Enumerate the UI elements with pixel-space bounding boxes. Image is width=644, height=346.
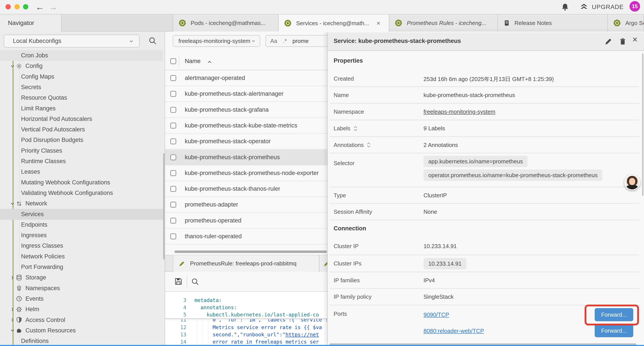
chevron-right-icon[interactable] <box>10 317 15 323</box>
match-case-toggle[interactable]: Aa <box>270 38 277 44</box>
sidebar-item-events[interactable]: Events <box>0 294 163 304</box>
sidebar-item-runtime-classes[interactable]: Runtime Classes <box>0 156 163 167</box>
sidebar-item-horizontal-pod-autoscalers[interactable]: Horizontal Pod Autoscalers <box>0 114 163 124</box>
sidebar-item-custom-resources[interactable]: Custom Resources <box>0 325 163 336</box>
table-row[interactable]: kube-prometheus-stack-grafana <box>165 102 327 118</box>
row-checkbox[interactable] <box>170 233 176 239</box>
row-checkbox[interactable] <box>170 170 176 176</box>
sidebar-item-port-forwarding[interactable]: Port Forwarding <box>0 262 163 272</box>
sidebar-item-endpoints[interactable]: Endpoints <box>0 219 163 230</box>
row-checkbox[interactable] <box>170 218 176 224</box>
close-icon[interactable]: × <box>632 34 638 44</box>
edit-icon[interactable] <box>604 37 613 45</box>
row-checkbox[interactable] <box>170 202 176 208</box>
maximize-window-button[interactable] <box>23 4 28 9</box>
table-row[interactable]: kube-prometheus-stack-operator <box>165 134 327 149</box>
table-row[interactable]: prometheus-operated <box>165 213 327 229</box>
sidebar-item-services[interactable]: Services <box>0 209 163 220</box>
sidebar-item-validating-webhook-configurations[interactable]: Validating Webhook Configurations <box>0 188 163 198</box>
filter-input[interactable]: Aa .* prome <box>266 35 327 47</box>
sort-ascending-icon[interactable] <box>207 59 212 64</box>
bell-icon[interactable] <box>561 3 570 11</box>
upgrade-button[interactable]: UPGRADE <box>579 3 624 11</box>
table-row[interactable]: kube-prometheus-stack-prometheus <box>165 150 327 165</box>
sidebar-item-mutating-webhook-configurations[interactable]: Mutating Webhook Configurations <box>0 177 163 188</box>
tab-services-icecheng-math[interactable]: Services - icecheng@math...× <box>278 14 389 32</box>
table-row[interactable]: kube-prometheus-stack-alertmanager <box>165 86 327 102</box>
editor-tab-prometheusrule[interactable]: PrometheusRule: freeleaps-prod-rabbitmq <box>173 255 319 272</box>
trash-icon[interactable] <box>618 37 627 45</box>
chevron-right-icon[interactable] <box>10 307 15 312</box>
sidebar-item-ingresses[interactable]: Ingresses <box>0 230 163 241</box>
save-icon[interactable] <box>174 277 183 286</box>
sidebar-item-limit-ranges[interactable]: Limit Ranges <box>0 103 163 114</box>
table-row[interactable]: alertmanager-operated <box>165 70 327 86</box>
chevron-down-icon[interactable] <box>10 328 15 333</box>
sidebar-item-definitions[interactable]: Definitions <box>0 336 163 345</box>
sidebar-item-resource-quotas[interactable]: Resource Quotas <box>0 92 163 103</box>
avatar[interactable] <box>624 175 640 190</box>
namespace-select[interactable]: freeleaps-monitoring-system <box>173 35 260 47</box>
table-row[interactable]: kube-prometheus-stack-prometheus-node-ex… <box>165 165 327 181</box>
tab-pods-icecheng-mathmas[interactable]: Pods - icecheng@mathmas... <box>173 14 278 31</box>
sidebar-item-vertical-pod-autoscalers[interactable]: Vertical Pod Autoscalers <box>0 124 163 135</box>
port-link[interactable]: 8080:reloader-web/TCP <box>424 328 484 335</box>
table-row[interactable]: kube-prometheus-stack-thanos-ruler <box>165 181 327 197</box>
name-column-header[interactable]: Name <box>185 58 200 65</box>
table-row[interactable]: kube-prometheus-stack-kube-state-metrics <box>165 118 327 134</box>
row-checkbox[interactable] <box>170 91 176 97</box>
regex-toggle[interactable]: .* <box>283 38 287 44</box>
yaml-editor[interactable]: 3metadata:4 annotations:5 kubectl.kubern… <box>165 291 327 345</box>
sidebar-item-priority-classes[interactable]: Priority Classes <box>0 145 163 156</box>
sidebar-item-config-maps[interactable]: Config Maps <box>0 71 163 82</box>
sidebar-item-cron-jobs[interactable]: Cron Jobs <box>0 50 163 61</box>
sidebar-item-leases[interactable]: Leases <box>0 166 163 177</box>
expander-icon[interactable] <box>353 125 358 132</box>
tab-prometheus-rules-icecheng[interactable]: Prometheus Rules - icecheng... <box>389 14 498 31</box>
code-link[interactable]: https://net <box>286 332 319 338</box>
editor-search-icon[interactable] <box>191 278 199 286</box>
tab-argo-se[interactable]: Argo Se <box>608 14 644 31</box>
close-window-button[interactable] <box>6 4 11 9</box>
back-icon[interactable]: ← <box>36 2 44 12</box>
row-checkbox[interactable] <box>170 138 176 144</box>
details-vertical-scrollbar[interactable] <box>642 53 644 196</box>
row-checkbox[interactable] <box>170 75 176 81</box>
row-checkbox[interactable] <box>170 154 176 160</box>
details-horizontal-scrollbar[interactable] <box>330 343 636 345</box>
chevron-down-icon[interactable] <box>10 201 15 207</box>
sidebar-item-namespaces[interactable]: Namespaces <box>0 283 163 294</box>
sidebar-item-network[interactable]: Network <box>0 198 163 209</box>
select-all-checkbox[interactable] <box>170 58 176 64</box>
table-row[interactable]: thanos-ruler-operated <box>165 229 327 244</box>
editor-tab-partial[interactable] <box>320 255 327 272</box>
expander-icon[interactable] <box>366 142 371 148</box>
forward-icon[interactable]: → <box>49 2 58 12</box>
search-icon[interactable] <box>148 36 157 45</box>
sidebar-item-network-policies[interactable]: Network Policies <box>0 251 163 262</box>
row-checkbox[interactable] <box>170 186 176 192</box>
sidebar-item-ingress-classes[interactable]: Ingress Classes <box>0 240 163 251</box>
port-link[interactable]: 9090/TCP <box>424 311 449 318</box>
sidebar-item-helm[interactable]: Helm <box>0 304 163 315</box>
forward-button[interactable]: Forward... <box>595 324 633 337</box>
sidebar-item-storage[interactable]: Storage <box>0 272 163 283</box>
sidebar-item-access-control[interactable]: Access Control <box>0 315 163 326</box>
namespace-link[interactable]: freeleaps-monitoring-system <box>424 108 496 115</box>
table-row[interactable]: prometheus-adapter <box>165 197 327 213</box>
table-horizontal-scrollbar[interactable] <box>174 251 327 253</box>
sidebar-item-config[interactable]: Config <box>0 61 163 71</box>
close-tab-icon[interactable]: × <box>376 19 380 27</box>
notification-badge[interactable]: 15 <box>630 1 640 11</box>
tab-navigator[interactable]: Navigator <box>0 14 62 31</box>
row-checkbox[interactable] <box>170 123 176 129</box>
row-checkbox[interactable] <box>170 107 176 113</box>
sidebar-scrollbar[interactable] <box>163 153 165 260</box>
chevron-down-icon[interactable] <box>10 63 15 69</box>
kubeconfig-select[interactable]: Local Kubeconfigs <box>4 34 140 47</box>
minimize-window-button[interactable] <box>14 4 20 9</box>
sidebar-item-pod-disruption-budgets[interactable]: Pod Disruption Budgets <box>0 135 163 145</box>
tab-release-notes[interactable]: Release Notes <box>498 14 608 31</box>
sidebar-item-secrets[interactable]: Secrets <box>0 82 163 93</box>
chevron-right-icon[interactable] <box>10 275 15 281</box>
